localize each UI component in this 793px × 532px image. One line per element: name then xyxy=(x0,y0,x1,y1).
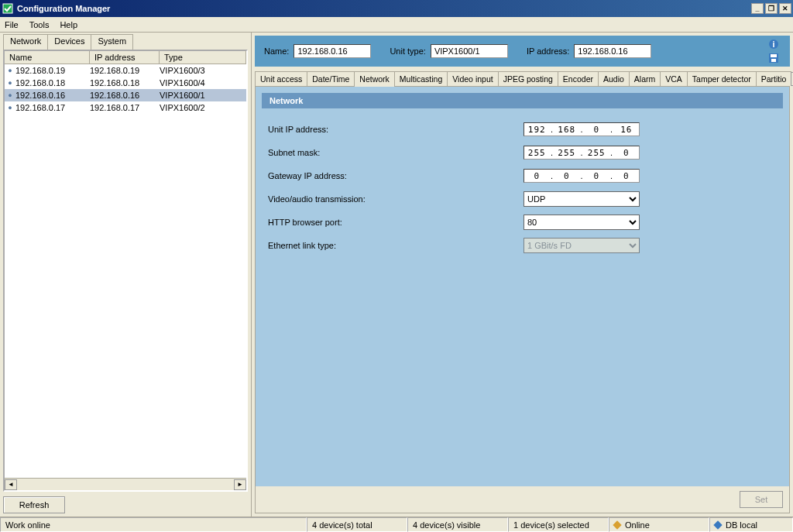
tab-jpeg-posting[interactable]: JPEG posting xyxy=(498,71,558,86)
tab-system[interactable]: System xyxy=(91,34,133,50)
status-bar: Work online 4 device(s) total 4 device(s… xyxy=(0,517,793,532)
row-ip: 192.168.0.16 xyxy=(90,91,160,100)
transmission-label: Video/audio transmission: xyxy=(268,194,524,204)
unit-ip-input[interactable]: 192. 168. 0. 16 xyxy=(524,122,640,136)
row-name: 192.168.0.18 xyxy=(15,78,90,88)
header-name[interactable]: Name xyxy=(5,51,90,63)
svg-rect-0 xyxy=(3,4,12,13)
config-panel: Network Unit IP address: 192. 168. 0. 16… xyxy=(255,87,790,513)
transmission-select[interactable]: UDP xyxy=(524,191,640,207)
subnet-input[interactable]: 255. 255. 255. 0 xyxy=(524,146,640,160)
http-port-select[interactable]: 80 xyxy=(524,215,640,230)
unit-type-label: Unit type: xyxy=(390,46,425,56)
db-icon xyxy=(713,520,722,529)
device-table-header: Name IP address Type xyxy=(5,51,246,64)
tab-network[interactable]: Network xyxy=(354,71,395,87)
row-ip: 192.168.0.17 xyxy=(90,103,160,112)
row-type: VIPX1600/1 xyxy=(160,91,246,100)
http-port-label: HTTP browser port: xyxy=(268,218,524,227)
table-row[interactable]: ● 192.168.0.19 192.168.0.19 VIPX1600/3 xyxy=(5,64,246,77)
ethernet-label: Ethernet link type: xyxy=(268,241,524,250)
gateway-input[interactable]: 0. 0. 0. 0 xyxy=(524,169,640,183)
row-name: 192.168.0.17 xyxy=(15,103,90,112)
minimize-button[interactable]: _ xyxy=(751,3,764,14)
subnet-label: Subnet mask: xyxy=(268,148,524,157)
row-name: 192.168.0.16 xyxy=(15,91,90,100)
tab-network[interactable]: Network xyxy=(3,34,48,50)
tab-video-input[interactable]: Video input xyxy=(447,71,498,86)
header-ip[interactable]: IP address xyxy=(90,51,160,63)
device-icon: ● xyxy=(5,91,15,99)
svg-rect-4 xyxy=(771,54,777,57)
left-tabs: Network Devices System xyxy=(3,34,248,50)
device-icon: ● xyxy=(5,79,15,87)
row-type: VIPX1600/4 xyxy=(160,78,246,88)
online-icon xyxy=(613,520,621,529)
menu-bar: File Tools Help xyxy=(0,17,793,33)
tab-devices[interactable]: Devices xyxy=(47,34,91,50)
tab-date-time[interactable]: Date/Time xyxy=(307,71,355,86)
tab-alarm[interactable]: Alarm xyxy=(629,71,661,86)
unit-ip-label: Unit IP address: xyxy=(268,125,524,134)
set-button[interactable]: Set xyxy=(740,491,783,508)
scroll-left-icon[interactable]: ◄ xyxy=(5,479,17,490)
status-selected: 1 device(s) selected xyxy=(508,517,609,532)
close-button[interactable]: ✕ xyxy=(779,3,791,14)
device-icon: ● xyxy=(5,67,15,74)
left-pane: Network Devices System Name IP address T… xyxy=(0,33,252,517)
window-title: Configuration Manager xyxy=(17,4,751,13)
gateway-label: Gateway IP address: xyxy=(268,171,524,180)
ip-address-field[interactable] xyxy=(574,44,651,58)
right-pane: Name: Unit type: IP address: i Unit acce… xyxy=(252,33,793,517)
scroll-right-icon[interactable]: ► xyxy=(234,479,246,490)
row-ip: 192.168.0.18 xyxy=(90,78,160,88)
title-bar: Configuration Manager _ ❐ ✕ xyxy=(0,0,793,17)
unit-type-field[interactable] xyxy=(431,44,508,58)
horizontal-scrollbar[interactable]: ◄ ► xyxy=(5,478,246,490)
row-type: VIPX1600/3 xyxy=(160,66,246,75)
app-icon xyxy=(2,2,14,15)
table-row[interactable]: ● 192.168.0.17 192.168.0.17 VIPX1600/2 xyxy=(5,101,246,114)
row-ip: 192.168.0.19 xyxy=(90,66,160,75)
table-row[interactable]: ● 192.168.0.18 192.168.0.18 VIPX1600/4 xyxy=(5,77,246,89)
device-icon: ● xyxy=(5,104,15,112)
status-db: DB local xyxy=(709,517,793,532)
menu-help[interactable]: Help xyxy=(60,20,77,29)
menu-tools[interactable]: Tools xyxy=(29,20,50,29)
restore-button[interactable]: ❐ xyxy=(765,3,778,14)
svg-text:i: i xyxy=(772,39,774,49)
status-online: Online xyxy=(609,517,709,532)
status-work-mode: Work online xyxy=(0,517,307,532)
top-info-bar: Name: Unit type: IP address: i xyxy=(255,36,790,67)
svg-rect-5 xyxy=(771,59,776,62)
tab-multicasting[interactable]: Multicasting xyxy=(394,71,448,86)
ip-address-label: IP address: xyxy=(527,46,569,56)
header-type[interactable]: Type xyxy=(160,51,246,63)
device-table: Name IP address Type ● 192.168.0.19 192.… xyxy=(3,50,248,492)
tab-partitio[interactable]: Partitio xyxy=(756,71,792,86)
save-icon[interactable] xyxy=(767,52,781,64)
menu-file[interactable]: File xyxy=(5,20,19,29)
row-type: VIPX1600/2 xyxy=(160,103,246,112)
tab-vca[interactable]: VCA xyxy=(660,71,688,86)
config-tabs: Unit accessDate/TimeNetworkMulticastingV… xyxy=(255,70,790,87)
tab-unit-access[interactable]: Unit access xyxy=(255,71,307,86)
tab-audio[interactable]: Audio xyxy=(598,71,630,86)
refresh-button[interactable]: Refresh xyxy=(3,496,65,513)
row-name: 192.168.0.19 xyxy=(15,66,90,75)
ethernet-select: 1 GBit/s FD xyxy=(524,238,640,253)
tab-encoder[interactable]: Encoder xyxy=(558,71,599,86)
panel-title: Network xyxy=(262,93,783,108)
table-row[interactable]: ● 192.168.0.16 192.168.0.16 VIPX1600/1 xyxy=(5,89,246,101)
name-field[interactable] xyxy=(294,44,371,58)
help-icon[interactable]: i xyxy=(767,38,781,50)
name-label: Name: xyxy=(264,46,289,56)
status-visible: 4 device(s) visible xyxy=(407,517,508,532)
status-total: 4 device(s) total xyxy=(307,517,407,532)
tab-tamper-detector[interactable]: Tamper detector xyxy=(687,71,757,86)
